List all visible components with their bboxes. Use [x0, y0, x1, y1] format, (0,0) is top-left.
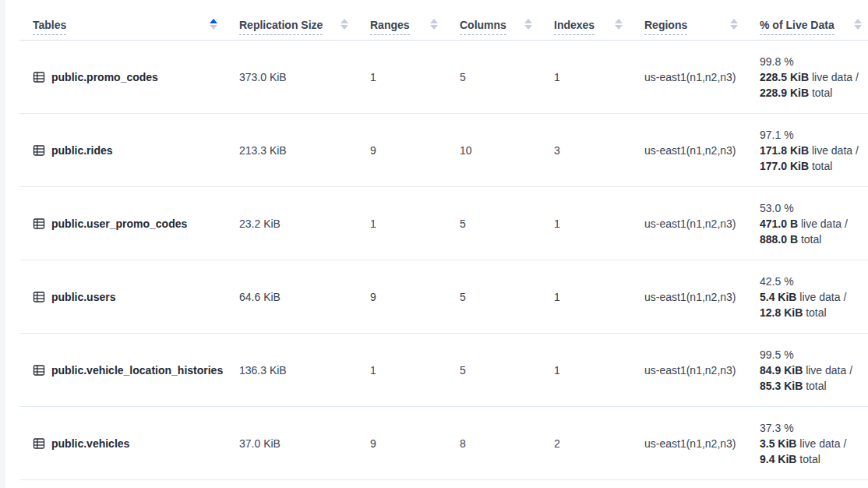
column-header-columns-label: Columns	[460, 19, 506, 35]
column-header-replication-size-label: Replication Size	[239, 19, 323, 35]
table-name-cell: public.vehicle_location_histories	[19, 364, 239, 377]
table-icon	[33, 144, 45, 157]
regions-cell: us-east1(n1,n2,n3)	[644, 437, 760, 450]
sort-icon[interactable]	[340, 19, 348, 30]
live-data-cell: 37.3 % 3.5 KiB live data / 9.4 KiB total	[760, 420, 868, 467]
sort-icon[interactable]	[210, 19, 217, 30]
table-row: public.vehicles 37.0 KiB 9 8 2 us-east1(…	[19, 407, 868, 480]
column-header-live-data[interactable]: % of Live Data	[760, 0, 868, 40]
table-icon	[33, 291, 45, 303]
table-name-link[interactable]: public.rides	[51, 144, 113, 157]
live-data-percent: 99.8 %	[760, 54, 868, 69]
live-data-size-line: 5.4 KiB live data /	[760, 289, 868, 305]
table-icon	[33, 437, 45, 450]
live-data-cell: 97.1 % 171.8 KiB live data / 177.0 KiB t…	[760, 127, 868, 174]
indexes-cell: 1	[554, 217, 644, 230]
live-data-percent: 99.5 %	[760, 347, 868, 362]
replication-size-cell: 23.2 KiB	[239, 217, 370, 230]
ranges-cell: 9	[370, 437, 460, 450]
replication-size-cell: 37.0 KiB	[239, 437, 370, 450]
table-row: public.users 64.6 KiB 9 5 1 us-east1(n1,…	[19, 260, 868, 334]
live-data-percent: 37.3 %	[760, 420, 868, 436]
column-header-columns[interactable]: Columns	[460, 0, 554, 40]
table-name-link[interactable]: public.promo_codes	[51, 71, 158, 83]
table-name-cell: public.rides	[19, 144, 239, 157]
ranges-cell: 1	[370, 217, 460, 230]
table-icon	[33, 71, 45, 83]
total-size-line: 9.4 KiB total	[760, 451, 868, 467]
columns-cell: 10	[460, 144, 554, 157]
live-data-size-line: 471.0 B live data /	[760, 216, 868, 232]
live-data-cell: 99.8 % 228.5 KiB live data / 228.9 KiB t…	[760, 54, 868, 101]
live-data-percent: 42.5 %	[760, 274, 868, 289]
indexes-cell: 1	[554, 71, 644, 83]
indexes-cell: 1	[554, 291, 644, 303]
ranges-cell: 1	[370, 71, 460, 83]
column-header-ranges[interactable]: Ranges	[370, 0, 460, 40]
live-data-size-line: 228.5 KiB live data /	[760, 69, 868, 85]
table-name-link[interactable]: public.vehicle_location_histories	[51, 364, 223, 377]
total-size-line: 228.9 KiB total	[760, 85, 868, 101]
indexes-cell: 1	[554, 364, 644, 377]
indexes-cell: 3	[554, 144, 644, 157]
regions-cell: us-east1(n1,n2,n3)	[644, 71, 760, 83]
table-name-cell: public.vehicles	[19, 437, 239, 450]
table-name-link[interactable]: public.user_promo_codes	[51, 217, 187, 230]
total-size-line: 888.0 B total	[760, 232, 868, 247]
live-data-size-line: 3.5 KiB live data /	[760, 436, 868, 451]
sort-icon[interactable]	[615, 19, 623, 30]
live-data-cell: 53.0 % 471.0 B live data / 888.0 B total	[760, 200, 868, 247]
columns-cell: 8	[460, 437, 554, 450]
column-header-tables[interactable]: Tables	[19, 0, 239, 40]
table-icon	[33, 217, 45, 230]
live-data-cell: 99.5 % 84.9 KiB live data / 85.3 KiB tot…	[760, 347, 868, 394]
sort-icon[interactable]	[430, 19, 438, 30]
indexes-cell: 2	[554, 437, 644, 450]
columns-cell: 5	[460, 364, 554, 377]
replication-size-cell: 64.6 KiB	[239, 291, 370, 303]
table-name-cell: public.users	[19, 291, 239, 303]
total-size-line: 85.3 KiB total	[760, 378, 868, 394]
live-data-size-line: 171.8 KiB live data /	[760, 143, 868, 158]
table-name-cell: public.user_promo_codes	[19, 217, 239, 230]
sort-icon[interactable]	[524, 19, 532, 30]
table-header-row: Tables Replication Size Ranges Columns I…	[19, 0, 868, 41]
column-header-ranges-label: Ranges	[370, 19, 410, 35]
table-name-cell: public.promo_codes	[19, 71, 239, 83]
table-row: public.user_promo_codes 23.2 KiB 1 5 1 u…	[19, 187, 868, 260]
page-left-gutter	[0, 0, 5, 488]
table-name-link[interactable]: public.users	[51, 291, 115, 303]
regions-cell: us-east1(n1,n2,n3)	[644, 291, 760, 303]
table-name-link[interactable]: public.vehicles	[51, 437, 129, 450]
ranges-cell: 1	[370, 364, 460, 377]
column-header-tables-label: Tables	[33, 19, 66, 35]
tables-list: Tables Replication Size Ranges Columns I…	[19, 0, 868, 480]
table-row: public.promo_codes 373.0 KiB 1 5 1 us-ea…	[19, 41, 868, 114]
live-data-percent: 97.1 %	[760, 127, 868, 143]
live-data-cell: 42.5 % 5.4 KiB live data / 12.8 KiB tota…	[760, 274, 868, 320]
column-header-indexes[interactable]: Indexes	[554, 0, 644, 40]
table-row: public.vehicle_location_histories 136.3 …	[19, 334, 868, 407]
sort-icon[interactable]	[730, 19, 738, 30]
columns-cell: 5	[460, 71, 554, 83]
replication-size-cell: 136.3 KiB	[239, 364, 370, 377]
columns-cell: 5	[460, 291, 554, 303]
table-icon	[33, 364, 45, 377]
live-data-percent: 53.0 %	[760, 200, 868, 216]
column-header-regions[interactable]: Regions	[644, 0, 760, 40]
column-header-live-data-label: % of Live Data	[760, 19, 834, 35]
total-size-line: 177.0 KiB total	[760, 158, 868, 174]
column-header-replication-size[interactable]: Replication Size	[239, 0, 370, 40]
live-data-size-line: 84.9 KiB live data /	[760, 362, 868, 378]
column-header-indexes-label: Indexes	[554, 19, 595, 35]
ranges-cell: 9	[370, 144, 460, 157]
total-size-line: 12.8 KiB total	[760, 305, 868, 320]
regions-cell: us-east1(n1,n2,n3)	[644, 217, 760, 230]
regions-cell: us-east1(n1,n2,n3)	[644, 144, 760, 157]
table-row: public.rides 213.3 KiB 9 10 3 us-east1(n…	[19, 114, 868, 187]
columns-cell: 5	[460, 217, 554, 230]
ranges-cell: 9	[370, 291, 460, 303]
regions-cell: us-east1(n1,n2,n3)	[644, 364, 760, 377]
sort-icon[interactable]	[854, 19, 862, 30]
column-header-regions-label: Regions	[644, 19, 687, 35]
